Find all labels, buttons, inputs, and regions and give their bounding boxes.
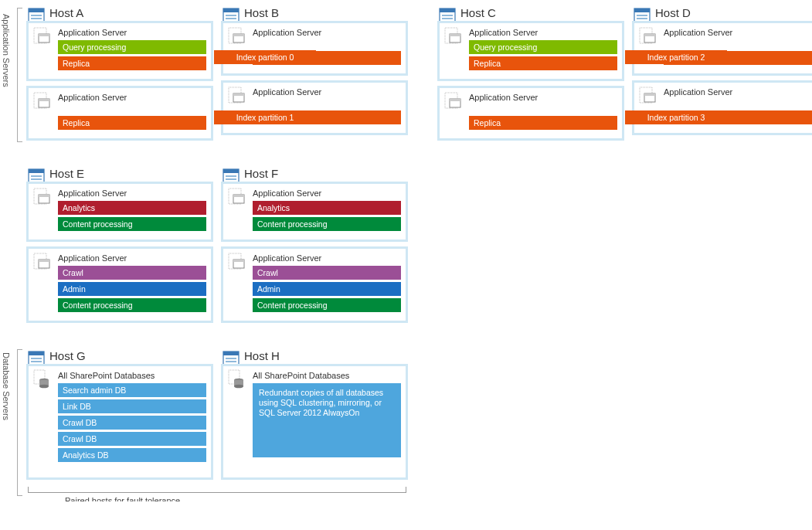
section-label-app: Application Servers [2, 14, 11, 87]
database-icon [33, 369, 50, 389]
bar-replica: Replica [469, 56, 617, 70]
bar-replica: Replica [58, 116, 206, 130]
host-title: Host E [49, 167, 213, 180]
bar-crawl: Crawl [58, 266, 206, 280]
server-icon [639, 86, 657, 104]
server-icon [33, 26, 52, 45]
host-f: Host F Application Server Analytics Cont… [221, 167, 408, 328]
bar-crawl-db-2: Crawl DB [58, 432, 206, 446]
host-title: Host C [460, 6, 624, 19]
pair-caption: Paired hosts for fault tolerance [65, 496, 180, 501]
host-c: Host C Application Server Query processi… [437, 6, 624, 145]
bar-crawl: Crawl [253, 266, 401, 280]
server-title: Application Server [58, 189, 206, 198]
host-title: Host B [244, 6, 408, 19]
server-title: Application Server [253, 28, 401, 37]
bar-query: Query processing [58, 40, 206, 54]
index-partition-0: Index partition 0 [214, 50, 316, 64]
bracket-app-servers [17, 8, 22, 142]
app-server-f2: Application Server Crawl Admin Content p… [221, 246, 408, 323]
index-partition-1: Index partition 1 [214, 110, 316, 124]
db-server-h: All SharePoint Databases Redundant copie… [221, 364, 408, 480]
server-title: Application Server [253, 87, 401, 97]
server-icon [228, 252, 246, 270]
host-title: Host A [49, 6, 213, 19]
host-b: Host B Application Server Replica Applic… [221, 6, 408, 145]
app-server-c2: Application Server Replica [437, 86, 624, 141]
app-server-a2: Application Server Replica [26, 86, 213, 141]
server-title: Application Server [58, 28, 206, 37]
bar-analytics: Analytics [253, 201, 401, 215]
server-title: Application Server [469, 28, 617, 37]
server-title: Application Server [664, 28, 812, 37]
app-server-f1: Application Server Analytics Content pro… [221, 182, 408, 242]
bar-query: Query processing [469, 40, 617, 54]
server-title: Application Server [469, 93, 617, 102]
server-icon [33, 91, 52, 110]
bar-admin: Admin [58, 282, 206, 296]
pair-bracket-gh [28, 487, 406, 493]
app-server-d1: Application Server Replica [632, 21, 812, 76]
app-server-a1: Application Server Query processing Repl… [26, 21, 213, 81]
server-title: Application Server [58, 93, 206, 102]
db-redundancy-desc: Redundant copies of all databases using … [253, 383, 401, 457]
bar-analytics-db: Analytics DB [58, 448, 206, 462]
app-server-d2: Application Server Replica [632, 80, 812, 135]
host-g: Host G All SharePoint Databases Search a… [26, 349, 213, 484]
bar-crawl-db: Crawl DB [58, 416, 206, 430]
host-a: Host A Application Server Query processi… [26, 6, 213, 145]
bar-analytics: Analytics [58, 201, 206, 215]
app-server-e1: Application Server Analytics Content pro… [26, 182, 213, 242]
server-icon [444, 26, 463, 45]
host-title: Host G [49, 349, 213, 362]
server-icon [228, 26, 246, 45]
server-icon [444, 91, 463, 110]
app-server-e2: Application Server Crawl Admin Content p… [26, 246, 213, 323]
bar-content: Content processing [253, 217, 401, 231]
bar-content: Content processing [58, 298, 206, 312]
server-icon [639, 26, 657, 45]
index-partition-2: Index partition 2 [625, 50, 727, 64]
host-e: Host E Application Server Analytics Cont… [26, 167, 213, 328]
bar-search-admin-db: Search admin DB [58, 383, 206, 397]
host-d: Host D Application Server Replica Applic… [632, 6, 812, 145]
server-title: Application Server [58, 253, 206, 263]
bracket-db-servers [17, 349, 22, 496]
row-hosts-abcd: Index partition 0 Index partition 1 Inde… [26, 6, 806, 145]
server-icon [33, 187, 52, 206]
database-icon [228, 369, 245, 389]
db-server-g: All SharePoint Databases Search admin DB… [26, 364, 213, 480]
server-icon [33, 252, 52, 270]
bar-link-db: Link DB [58, 399, 206, 413]
server-title: Application Server [664, 87, 812, 97]
row-hosts-gh: Host G All SharePoint Databases Search a… [26, 349, 806, 484]
host-title: Host H [244, 349, 408, 362]
host-title: Host D [655, 6, 812, 19]
server-icon [228, 86, 246, 104]
host-h: Host H All SharePoint Databases Redundan… [221, 349, 408, 484]
bar-content: Content processing [253, 298, 401, 312]
row-hosts-ef: Host E Application Server Analytics Cont… [26, 167, 806, 328]
index-partition-3: Index partition 3 [625, 110, 727, 124]
server-title: All SharePoint Databases [253, 371, 401, 380]
host-title: Host F [244, 167, 408, 180]
server-title: Application Server [253, 189, 401, 198]
bar-admin: Admin [253, 282, 401, 296]
server-icon [228, 187, 246, 206]
bar-replica: Replica [469, 116, 617, 130]
app-server-b2: Application Server Replica [221, 80, 408, 135]
server-title: All SharePoint Databases [58, 371, 206, 380]
bar-content: Content processing [58, 217, 206, 231]
app-server-b1: Application Server Replica [221, 21, 408, 76]
app-server-c1: Application Server Query processing Repl… [437, 21, 624, 81]
bar-replica: Replica [58, 56, 206, 70]
server-title: Application Server [253, 253, 401, 263]
section-label-db: Database Servers [2, 352, 11, 420]
